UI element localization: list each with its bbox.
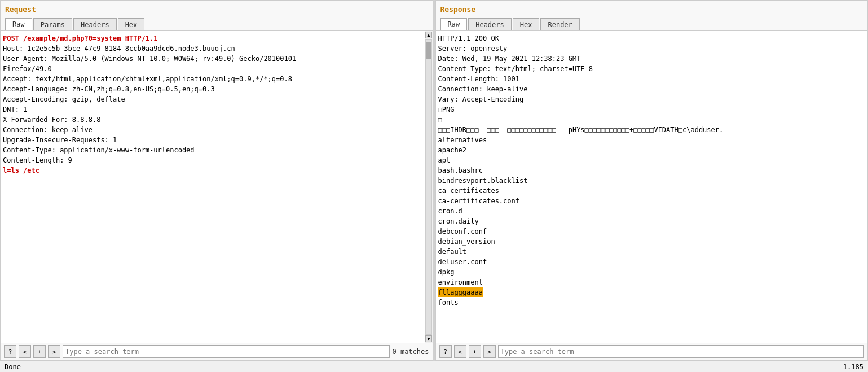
request-tab-headers[interactable]: Headers xyxy=(73,18,117,30)
request-search-input[interactable] xyxy=(63,345,390,358)
status-bar: Done 1.185 xyxy=(0,361,868,372)
scroll-down-arrow[interactable]: ▼ xyxy=(425,335,432,342)
response-tab-render[interactable]: Render xyxy=(540,18,579,30)
response-panel-header: Response Raw Headers Hex Render xyxy=(436,1,868,31)
response-title: Response xyxy=(440,3,863,16)
response-tab-bar: Raw Headers Hex Render xyxy=(440,16,863,30)
request-content: POST /example/md.php?0=system HTTP/1.1Ho… xyxy=(1,31,425,343)
request-panel: Request Raw Params Headers Hex POST /exa… xyxy=(0,0,433,361)
response-prev-button[interactable]: < xyxy=(454,345,466,358)
response-tab-hex[interactable]: Hex xyxy=(513,18,540,30)
request-match-count: 0 matches xyxy=(392,348,429,356)
request-next-button[interactable]: > xyxy=(48,345,60,358)
status-right: 1.185 xyxy=(843,363,863,371)
request-tab-params[interactable]: Params xyxy=(33,18,72,30)
response-tab-raw[interactable]: Raw xyxy=(440,18,468,30)
request-footer: ? < + > 0 matches xyxy=(1,343,433,360)
response-footer: ? < + > xyxy=(436,343,868,360)
request-add-button[interactable]: + xyxy=(33,345,46,358)
request-tab-raw[interactable]: Raw xyxy=(5,18,32,30)
request-help-button[interactable]: ? xyxy=(4,345,16,358)
response-help-button[interactable]: ? xyxy=(439,345,452,358)
response-panel: Response Raw Headers Hex Render HTTP/1.1… xyxy=(435,0,869,361)
response-add-button[interactable]: + xyxy=(469,345,481,358)
request-prev-button[interactable]: < xyxy=(19,345,31,358)
response-next-button[interactable]: > xyxy=(483,345,496,358)
request-scrollbar[interactable]: ▲ ▼ xyxy=(425,31,433,343)
request-tab-hex[interactable]: Hex xyxy=(118,18,145,30)
request-panel-header: Request Raw Params Headers Hex xyxy=(1,1,433,31)
request-tab-bar: Raw Params Headers Hex xyxy=(5,16,428,30)
scroll-thumb[interactable] xyxy=(426,42,431,59)
status-left: Done xyxy=(5,363,21,371)
scroll-track[interactable] xyxy=(425,39,432,335)
response-tab-headers[interactable]: Headers xyxy=(468,18,512,30)
response-search-input[interactable] xyxy=(498,345,865,358)
request-title: Request xyxy=(5,3,428,16)
response-content: HTTP/1.1 200 OKServer: openrestyDate: We… xyxy=(436,31,868,343)
scroll-up-arrow[interactable]: ▲ xyxy=(425,32,432,38)
